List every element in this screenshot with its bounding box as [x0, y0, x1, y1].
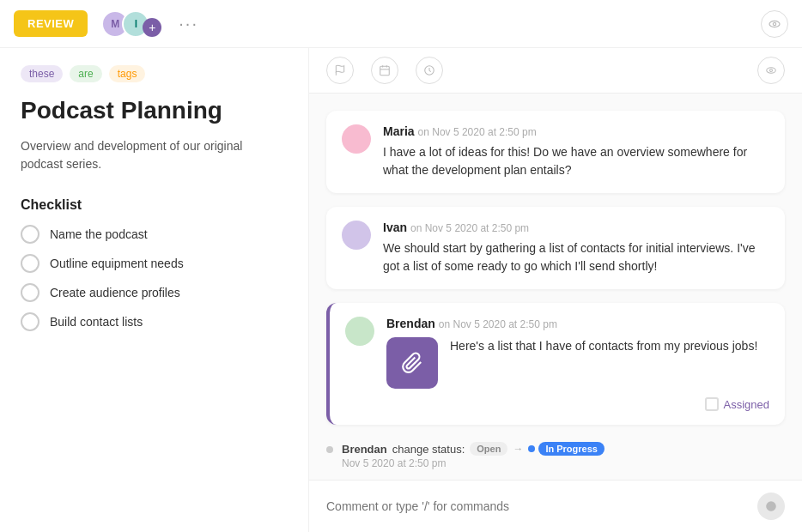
tab-bar — [309, 48, 802, 94]
svg-rect-3 — [380, 66, 390, 76]
assigned-label: Assigned — [724, 398, 769, 411]
clock-icon[interactable] — [416, 57, 443, 84]
comment-author-maria: Maria — [383, 124, 415, 138]
checklist-item-1: Name the podcast — [21, 225, 288, 244]
checklist-label-1: Name the podcast — [50, 227, 148, 241]
status-change-line: Brendan change status: Open → In Progres… — [342, 442, 605, 456]
tag-tags[interactable]: tags — [109, 65, 146, 82]
checklist-checkbox-1[interactable] — [21, 225, 39, 244]
tag-are[interactable]: are — [70, 65, 101, 82]
comment-attachment-body: Brendan on Nov 5 2020 at 2:50 pm Here's … — [386, 317, 769, 411]
calendar-icon[interactable] — [371, 57, 398, 84]
tags-row: these are tags — [21, 65, 288, 82]
checklist-label-2: Outline equipment needs — [50, 257, 184, 270]
page-title: Podcast Planning — [21, 96, 288, 125]
right-panel: Maria on Nov 5 2020 at 2:50 pm I have a … — [309, 48, 802, 532]
review-button[interactable]: REVIEW — [14, 10, 88, 37]
attachment-icon[interactable] — [386, 337, 438, 389]
comment-body-ivan: Ivan on Nov 5 2020 at 2:50 pm We should … — [383, 221, 769, 275]
status-change-action: change status: — [392, 443, 465, 456]
comment-text-brendan: Here's a list that I have of contacts fr… — [450, 337, 769, 355]
eye-icon[interactable] — [761, 10, 788, 38]
left-panel: these are tags Podcast Planning Overview… — [0, 48, 309, 532]
assigned-checkbox[interactable] — [705, 397, 719, 411]
checklist-checkbox-2[interactable] — [21, 254, 39, 273]
checklist-items: Name the podcast Outline equipment needs… — [21, 225, 288, 331]
checklist-title: Checklist — [21, 197, 288, 213]
view-icon[interactable] — [757, 57, 785, 84]
svg-point-10 — [766, 501, 776, 511]
checklist-label-4: Build contact lists — [50, 315, 143, 329]
status-change-author: Brendan — [342, 443, 387, 456]
page-description: Overview and development of our original… — [21, 137, 288, 173]
comment-header-brendan: Brendan on Nov 5 2020 at 2:50 pm — [386, 317, 769, 330]
comment-header-maria: Maria on Nov 5 2020 at 2:50 pm — [383, 124, 769, 138]
status-change-time: Nov 5 2020 at 2:50 pm — [342, 457, 605, 469]
status-badge-open: Open — [470, 442, 507, 456]
toolbar: REVIEW M I + ··· — [0, 0, 802, 48]
comment-author-brendan: Brendan — [386, 317, 435, 330]
assigned-area: Assigned — [386, 397, 769, 411]
status-change: Brendan change status: Open → In Progres… — [326, 438, 785, 473]
checklist-item-3: Create audience profiles — [21, 283, 288, 302]
status-dot — [326, 446, 333, 453]
tag-these[interactable]: these — [21, 65, 63, 82]
avatar-ivan — [342, 221, 371, 250]
flag-icon[interactable] — [326, 57, 354, 84]
avatar-maria — [342, 124, 371, 154]
comment-input-bar — [309, 480, 802, 532]
svg-point-9 — [770, 70, 773, 72]
checklist-checkbox-4[interactable] — [21, 312, 39, 331]
comment-body-maria: Maria on Nov 5 2020 at 2:50 pm I have a … — [383, 124, 769, 179]
more-options-button[interactable]: ··· — [179, 14, 198, 33]
attachment-content: Here's a list that I have of contacts fr… — [386, 337, 769, 389]
comments-area: Maria on Nov 5 2020 at 2:50 pm I have a … — [309, 94, 802, 480]
status-change-body: Brendan change status: Open → In Progres… — [342, 442, 605, 469]
comment-card-brendan: Brendan on Nov 5 2020 at 2:50 pm Here's … — [326, 303, 785, 425]
comment-text-ivan: We should start by gathering a list of c… — [383, 239, 769, 275]
comment-author-ivan: Ivan — [383, 221, 407, 234]
svg-point-8 — [767, 68, 776, 73]
comment-card-ivan: Ivan on Nov 5 2020 at 2:50 pm We should … — [326, 207, 785, 289]
svg-point-0 — [769, 21, 780, 27]
comment-text-maria: I have a lot of ideas for this! Do we ha… — [383, 143, 769, 179]
main-layout: these are tags Podcast Planning Overview… — [0, 48, 802, 532]
status-badge-progress: In Progress — [538, 442, 605, 456]
comment-header-ivan: Ivan on Nov 5 2020 at 2:50 pm — [383, 221, 769, 234]
comment-meta-maria: on Nov 5 2020 at 2:50 pm — [418, 126, 537, 138]
avatar-group: M I + — [101, 10, 161, 38]
checklist-item-2: Outline equipment needs — [21, 254, 288, 273]
checklist-label-3: Create audience profiles — [50, 286, 180, 299]
arrow-icon: → — [513, 443, 523, 455]
tab-icons-left — [326, 57, 443, 84]
send-button[interactable] — [757, 493, 785, 520]
comment-meta-ivan: on Nov 5 2020 at 2:50 pm — [410, 222, 529, 234]
status-dot-progress — [528, 445, 535, 452]
add-member-button[interactable]: + — [143, 18, 161, 37]
checklist-checkbox-3[interactable] — [21, 283, 39, 302]
comment-card-maria: Maria on Nov 5 2020 at 2:50 pm I have a … — [326, 111, 785, 193]
comment-meta-brendan: on Nov 5 2020 at 2:50 pm — [439, 318, 557, 330]
toolbar-right-icons — [761, 10, 788, 38]
avatar-brendan — [345, 317, 374, 346]
svg-point-1 — [773, 22, 775, 25]
comment-input[interactable] — [326, 499, 747, 513]
checklist-item-4: Build contact lists — [21, 312, 288, 331]
